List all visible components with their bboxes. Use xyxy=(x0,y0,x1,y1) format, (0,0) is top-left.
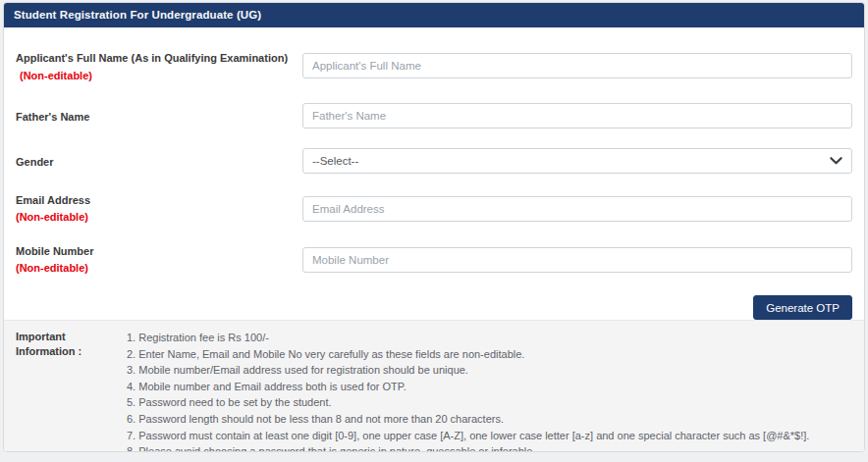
info-item: 8. Please avoid choosing a password that… xyxy=(127,443,852,452)
page-title: Student Registration For Undergraduate (… xyxy=(14,9,261,21)
mobile-input[interactable] xyxy=(302,247,852,273)
mobile-non-editable-note: (Non-editable) xyxy=(16,261,295,276)
email-label: Email Address xyxy=(16,193,295,208)
fathers-name-label: Father's Name xyxy=(16,111,89,123)
info-item: 2. Enter Name, Email and Mobile No very … xyxy=(127,346,852,363)
field-row-applicant-name: Applicant's Full Name (As in Qualifying … xyxy=(16,48,852,83)
applicant-name-non-editable-note: (Non-editable) xyxy=(20,70,92,81)
info-item: 4. Mobile number and Email address both … xyxy=(127,379,852,395)
info-item: 1. Registration fee is Rs 100/- xyxy=(127,330,852,346)
important-information-list: 1. Registration fee is Rs 100/- 2. Enter… xyxy=(127,330,852,452)
registration-form: Applicant's Full Name (As in Qualifying … xyxy=(4,27,864,320)
gender-label: Gender xyxy=(16,156,54,168)
info-item: 5. Password need to be set by the studen… xyxy=(127,394,852,411)
registration-panel: Student Registration For Undergraduate (… xyxy=(3,2,865,452)
fathers-name-input[interactable] xyxy=(302,103,852,128)
field-row-email: Email Address (Non-editable) xyxy=(16,193,852,225)
email-input[interactable] xyxy=(302,196,852,222)
applicant-name-label: Applicant's Full Name (As in Qualifying … xyxy=(16,52,288,64)
gender-select[interactable]: --Select-- xyxy=(302,148,852,174)
applicant-name-input[interactable] xyxy=(302,53,852,78)
info-item: 3. Mobile number/Email address used for … xyxy=(127,362,852,379)
info-item: 6. Password length should not be less th… xyxy=(127,411,852,428)
page-root: { "header": { "title": "Student Registra… xyxy=(0,0,868,462)
field-row-mobile: Mobile Number (Non-editable) xyxy=(16,244,852,276)
info-item: 7. Password must contain at least one di… xyxy=(127,428,852,444)
generate-otp-button[interactable]: Generate OTP xyxy=(753,295,852,320)
important-information-label: Important Information : xyxy=(16,330,127,452)
email-non-editable-note: (Non-editable) xyxy=(16,210,295,225)
mobile-label: Mobile Number xyxy=(16,244,295,259)
field-row-fathers-name: Father's Name xyxy=(16,103,852,128)
important-information-section: Important Information : 1. Registration … xyxy=(4,320,864,452)
panel-header: Student Registration For Undergraduate (… xyxy=(4,3,864,27)
field-row-gender: Gender --Select-- xyxy=(16,148,852,174)
